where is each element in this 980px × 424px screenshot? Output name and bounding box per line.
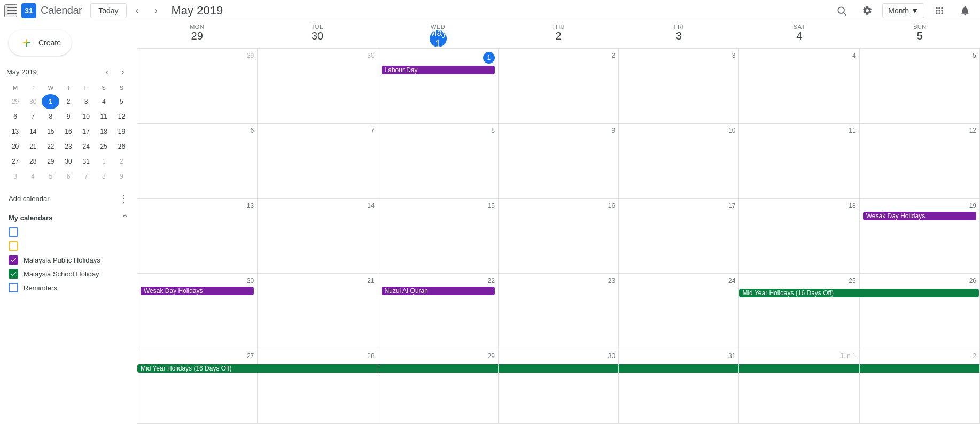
mini-cal-day[interactable]: 31 [77, 154, 95, 169]
topbar-nav: Today ‹ › May 2019 [90, 2, 223, 19]
chevron-up-icon[interactable]: ⌃ [121, 213, 128, 223]
my-calendars-section: My calendars ⌃ Malaysia Public Holidays [0, 211, 137, 295]
settings-button[interactable] [857, 0, 878, 21]
mini-cal-day[interactable]: 1 [95, 154, 113, 169]
add-calendar-row: ⋮ [0, 188, 137, 209]
mini-cal-day[interactable]: 29 [42, 154, 59, 169]
calendar-checkbox-malaysia-school[interactable] [9, 269, 18, 279]
mini-cal-day[interactable]: 6 [59, 169, 77, 184]
app-title: Calendar [41, 4, 82, 17]
mini-cal-day[interactable]: 30 [24, 94, 42, 109]
mini-cal-day[interactable]: 5 [42, 169, 59, 184]
create-button[interactable]: + Create [9, 30, 72, 56]
menu-button[interactable] [4, 4, 17, 17]
cell-may21: 21 [258, 274, 378, 348]
cell-may23: 23 [499, 274, 619, 348]
mini-cal-day[interactable]: 1 [42, 94, 59, 109]
calendar-grid: 29 30 1 Labour Day 2 3 4 [137, 49, 980, 424]
cell-may19: 19 Wesak Day Holidays [860, 199, 980, 273]
mini-col-wed: W [42, 81, 59, 94]
calendar-checkbox-2[interactable] [9, 241, 18, 251]
sidebar: + Create May 2019 ‹ › M T W [0, 21, 137, 424]
mini-cal-day[interactable]: 5 [113, 94, 130, 109]
mini-cal-day[interactable]: 30 [59, 154, 77, 169]
mini-cal-day[interactable]: 8 [42, 109, 59, 124]
event-labour-day[interactable]: Labour Day [382, 66, 495, 74]
more-options-icon[interactable]: ⋮ [119, 192, 128, 204]
mini-cal-day[interactable]: 24 [77, 139, 95, 154]
mini-cal-day[interactable]: 21 [24, 139, 42, 154]
cell-may11: 11 [739, 124, 859, 198]
calendar-item-malaysia-school[interactable]: Malaysia School Holiday [4, 267, 133, 281]
mini-cal-day[interactable]: 22 [42, 139, 59, 154]
mini-col-sun: S [113, 81, 130, 94]
mini-cal-day[interactable]: 29 [6, 94, 24, 109]
mini-cal-day[interactable]: 8 [95, 169, 113, 184]
mini-cal-day[interactable]: 4 [24, 169, 42, 184]
prev-month-button[interactable]: ‹ [129, 2, 146, 19]
mini-cal-day[interactable]: 3 [77, 94, 95, 109]
calendar-checkbox-malaysia-public[interactable] [9, 255, 18, 265]
event-mid-year-25[interactable]: Mid Year Holidays (16 Days Off) [739, 289, 979, 297]
cell-may29: 29 [378, 349, 499, 423]
cell-may13: 13 [137, 199, 258, 273]
calendar-item-1[interactable] [4, 225, 133, 239]
notifications-button[interactable] [954, 0, 976, 21]
mini-col-mon: M [6, 81, 24, 94]
mini-cal-day[interactable]: 13 [6, 124, 24, 139]
mini-cal-day[interactable]: 25 [95, 139, 113, 154]
mini-cal-day[interactable]: 3 [6, 169, 24, 184]
calendar-checkbox-1[interactable] [9, 227, 18, 237]
apps-button[interactable] [929, 0, 950, 21]
event-wesak-day-20[interactable]: Wesak Day Holidays [141, 287, 254, 295]
mini-cal-day[interactable]: 2 [59, 94, 77, 109]
mini-cal-day[interactable]: 2 [113, 154, 130, 169]
mini-cal-day[interactable]: 9 [113, 169, 130, 184]
mini-cal-day[interactable]: 6 [6, 109, 24, 124]
week-5: 27 Mid Year Holidays (16 Days Off) 28 29… [137, 349, 980, 424]
view-selector[interactable]: Month ▼ [882, 3, 924, 18]
mini-cal-day[interactable]: 11 [95, 109, 113, 124]
calendar-item-2[interactable] [4, 239, 133, 253]
mini-cal-day[interactable]: 9 [59, 109, 77, 124]
header-mon: MON 29 [137, 21, 257, 48]
mini-cal-day[interactable]: 28 [24, 154, 42, 169]
header-thu: THU 2 [498, 21, 618, 48]
mini-cal-day[interactable]: 10 [77, 109, 95, 124]
cell-may28: 28 [258, 349, 378, 423]
event-wesak-day-19[interactable]: Wesak Day Holidays [863, 212, 976, 220]
cell-may5: 5 [860, 49, 980, 123]
calendar-item-reminders[interactable]: Reminders [4, 281, 133, 295]
cell-apr29: 29 [137, 49, 258, 123]
mini-cal-day[interactable]: 23 [59, 139, 77, 154]
mini-cal-day[interactable]: 7 [24, 109, 42, 124]
next-month-button[interactable]: › [148, 2, 165, 19]
mini-cal-day[interactable]: 14 [24, 124, 42, 139]
event-nuzul[interactable]: Nuzul Al-Quran [382, 287, 495, 295]
mini-cal-title: May 2019 [6, 68, 37, 76]
add-calendar-input[interactable] [9, 195, 119, 203]
mini-cal-day[interactable]: 4 [95, 94, 113, 109]
search-button[interactable] [831, 0, 852, 21]
header-sun: SUN 5 [860, 21, 980, 48]
calendar-checkbox-reminders[interactable] [9, 283, 18, 292]
mini-cal-day[interactable]: 27 [6, 154, 24, 169]
mini-cal-day[interactable]: 12 [113, 109, 130, 124]
mini-cal-day[interactable]: 17 [77, 124, 95, 139]
week-3: 13 14 15 16 17 18 19 W [137, 199, 980, 274]
malaysia-school-label: Malaysia School Holiday [24, 270, 99, 278]
today-button[interactable]: Today [90, 3, 126, 18]
mini-cal-day[interactable]: 20 [6, 139, 24, 154]
mini-cal-day[interactable]: 18 [95, 124, 113, 139]
mini-cal-day[interactable]: 19 [113, 124, 130, 139]
mini-cal-day[interactable]: 7 [77, 169, 95, 184]
mini-cal-day[interactable]: 16 [59, 124, 77, 139]
mini-cal-day[interactable]: 15 [42, 124, 59, 139]
cell-may27: 27 Mid Year Holidays (16 Days Off) [137, 349, 258, 423]
mini-prev-button[interactable]: ‹ [99, 64, 114, 79]
mini-col-fri: F [77, 81, 95, 94]
calendar-item-malaysia-public[interactable]: Malaysia Public Holidays [4, 253, 133, 267]
mini-cal-day[interactable]: 26 [113, 139, 130, 154]
mini-next-button[interactable]: › [115, 64, 130, 79]
cell-may4: 4 [739, 49, 859, 123]
